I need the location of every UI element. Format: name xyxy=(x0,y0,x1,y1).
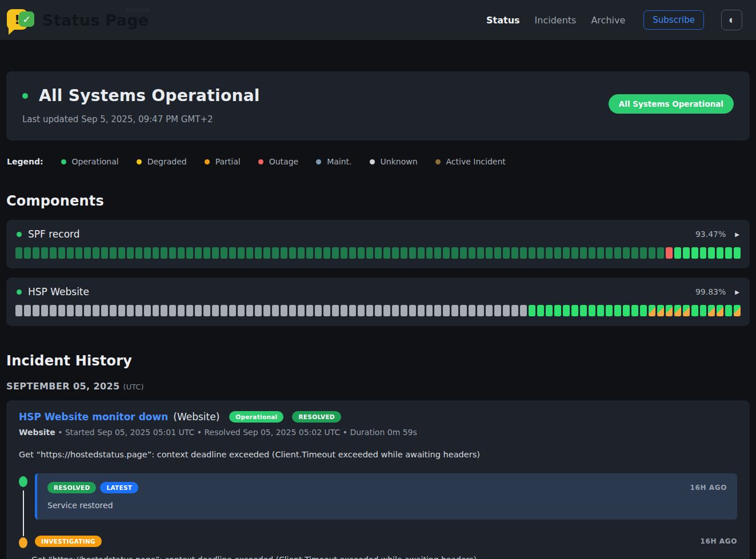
brand-logo[interactable]: ! ✓ hosted Status Page xyxy=(7,7,149,33)
uptime-bar[interactable] xyxy=(708,247,715,259)
uptime-bar[interactable] xyxy=(75,247,82,259)
uptime-bar[interactable] xyxy=(571,305,578,316)
uptime-bar[interactable] xyxy=(451,305,458,316)
uptime-bar[interactable] xyxy=(84,247,91,259)
uptime-bar[interactable] xyxy=(93,305,99,316)
incident-title-link[interactable]: HSP Website monitor down xyxy=(19,411,168,423)
uptime-bar[interactable] xyxy=(477,305,484,316)
uptime-bar[interactable] xyxy=(392,247,399,259)
uptime-bar[interactable] xyxy=(298,305,305,316)
uptime-bar[interactable] xyxy=(674,305,681,316)
uptime-bar[interactable] xyxy=(349,305,356,316)
uptime-bar[interactable] xyxy=(153,305,159,316)
uptime-bar[interactable] xyxy=(717,247,723,259)
uptime-bar[interactable] xyxy=(101,247,108,259)
nav-status[interactable]: Status xyxy=(486,15,520,26)
uptime-bar[interactable] xyxy=(494,247,501,259)
uptime-bar[interactable] xyxy=(597,247,604,259)
uptime-bar[interactable] xyxy=(700,247,707,259)
uptime-bar[interactable] xyxy=(15,247,22,259)
uptime-bar[interactable] xyxy=(289,247,296,259)
uptime-bar[interactable] xyxy=(725,247,732,259)
uptime-bar[interactable] xyxy=(203,305,210,316)
uptime-bar[interactable] xyxy=(614,247,621,259)
uptime-bar[interactable] xyxy=(657,247,664,259)
uptime-bar[interactable] xyxy=(734,305,741,316)
uptime-bar[interactable] xyxy=(84,305,91,316)
uptime-bar[interactable] xyxy=(161,247,167,259)
uptime-bar[interactable] xyxy=(529,247,535,259)
uptime-bar[interactable] xyxy=(349,247,356,259)
uptime-bar[interactable] xyxy=(571,247,578,259)
uptime-bar[interactable] xyxy=(451,247,458,259)
uptime-bar[interactable] xyxy=(563,247,570,259)
uptime-bar[interactable] xyxy=(341,247,347,259)
uptime-bar[interactable] xyxy=(563,305,570,316)
uptime-bar[interactable] xyxy=(486,305,493,316)
uptime-bar[interactable] xyxy=(93,247,99,259)
uptime-bar[interactable] xyxy=(614,305,621,316)
uptime-bar[interactable] xyxy=(118,305,125,316)
uptime-bar[interactable] xyxy=(554,305,561,316)
uptime-bar[interactable] xyxy=(221,305,227,316)
uptime-bar[interactable] xyxy=(144,247,151,259)
uptime-bar[interactable] xyxy=(460,305,467,316)
uptime-bar[interactable] xyxy=(41,247,48,259)
uptime-bar[interactable] xyxy=(263,305,270,316)
uptime-bar[interactable] xyxy=(580,305,587,316)
uptime-bar[interactable] xyxy=(392,305,399,316)
uptime-bar[interactable] xyxy=(186,247,193,259)
uptime-bar[interactable] xyxy=(50,305,57,316)
uptime-bar[interactable] xyxy=(537,305,544,316)
uptime-bar[interactable] xyxy=(281,305,287,316)
uptime-bar[interactable] xyxy=(631,305,638,316)
uptime-bar[interactable] xyxy=(691,305,698,316)
uptime-bar[interactable] xyxy=(520,247,527,259)
uptime-bar[interactable] xyxy=(306,305,313,316)
uptime-bar[interactable] xyxy=(426,305,433,316)
uptime-bar[interactable] xyxy=(589,247,595,259)
uptime-bar[interactable] xyxy=(443,305,450,316)
uptime-bar[interactable] xyxy=(383,305,390,316)
uptime-bar[interactable] xyxy=(221,247,227,259)
uptime-bar[interactable] xyxy=(649,305,655,316)
nav-archive[interactable]: Archive xyxy=(591,15,625,26)
uptime-bar[interactable] xyxy=(546,247,553,259)
uptime-bar[interactable] xyxy=(469,305,475,316)
uptime-bar[interactable] xyxy=(127,247,134,259)
uptime-bar[interactable] xyxy=(477,247,484,259)
uptime-bar[interactable] xyxy=(546,305,553,316)
uptime-bar[interactable] xyxy=(281,247,287,259)
uptime-bar[interactable] xyxy=(178,247,185,259)
uptime-bar[interactable] xyxy=(401,247,407,259)
uptime-bar[interactable] xyxy=(606,247,613,259)
uptime-bar[interactable] xyxy=(289,305,296,316)
uptime-bar[interactable] xyxy=(683,305,690,316)
uptime-bar[interactable] xyxy=(366,247,373,259)
uptime-bar[interactable] xyxy=(315,247,322,259)
uptime-bar[interactable] xyxy=(33,305,39,316)
uptime-bar[interactable] xyxy=(580,247,587,259)
uptime-bar[interactable] xyxy=(640,247,647,259)
uptime-bar[interactable] xyxy=(298,247,305,259)
theme-toggle-button[interactable]: ◐ xyxy=(721,10,742,30)
uptime-bar[interactable] xyxy=(520,305,527,316)
uptime-bar[interactable] xyxy=(503,305,510,316)
uptime-bar[interactable] xyxy=(443,247,450,259)
uptime-bar[interactable] xyxy=(358,247,365,259)
uptime-bar[interactable] xyxy=(649,247,655,259)
uptime-bar[interactable] xyxy=(529,305,535,316)
uptime-bar[interactable] xyxy=(409,305,416,316)
uptime-bar[interactable] xyxy=(375,247,382,259)
uptime-bar[interactable] xyxy=(657,305,664,316)
uptime-bar[interactable] xyxy=(606,305,613,316)
uptime-bar[interactable] xyxy=(212,305,219,316)
uptime-bar[interactable] xyxy=(238,305,245,316)
uptime-bar[interactable] xyxy=(315,305,322,316)
uptime-bar[interactable] xyxy=(255,305,262,316)
uptime-bar[interactable] xyxy=(375,305,382,316)
uptime-bar[interactable] xyxy=(238,247,245,259)
uptime-bar[interactable] xyxy=(323,305,330,316)
uptime-bar[interactable] xyxy=(263,247,270,259)
nav-incidents[interactable]: Incidents xyxy=(535,15,577,26)
